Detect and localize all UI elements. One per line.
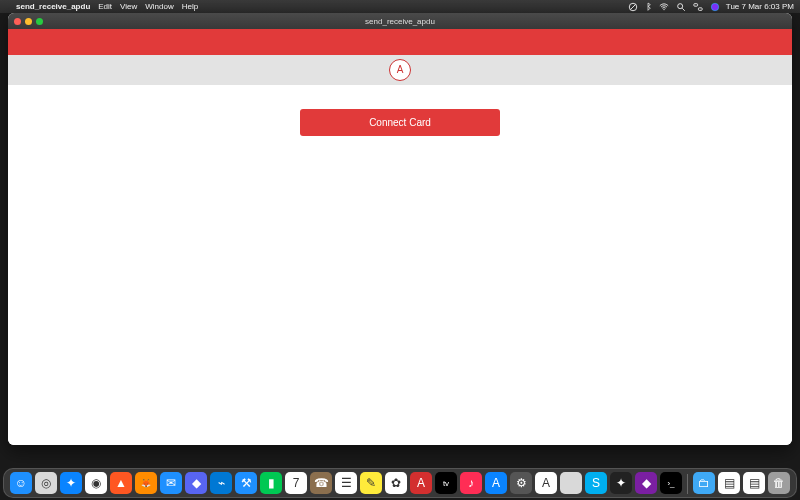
finder-icon[interactable]: ☺ [10, 472, 32, 494]
svg-rect-5 [694, 3, 698, 6]
svg-line-4 [682, 8, 685, 11]
no-entry-icon[interactable] [628, 2, 638, 12]
menu-help[interactable]: Help [182, 2, 198, 11]
menu-window[interactable]: Window [145, 2, 173, 11]
dock-separator [687, 474, 688, 494]
bluetooth-icon[interactable] [644, 2, 652, 12]
svg-rect-6 [698, 7, 702, 9]
menubar-app-name[interactable]: send_receive_apdu [16, 2, 90, 11]
mail-icon[interactable]: ✉ [160, 472, 182, 494]
doc1-icon[interactable]: ▤ [718, 472, 740, 494]
siri-icon[interactable] [710, 2, 720, 12]
adobe-icon[interactable]: A [410, 472, 432, 494]
window-titlebar: send_receive_apdu [8, 13, 792, 29]
skype-icon[interactable]: S [585, 472, 607, 494]
control-center-icon[interactable] [692, 2, 704, 12]
menubar-clock[interactable]: Tue 7 Mar 6:03 PM [726, 2, 794, 11]
notes-icon[interactable]: ✎ [360, 472, 382, 494]
connect-area: Connect Card [8, 85, 792, 136]
appstore-icon[interactable]: A [485, 472, 507, 494]
app-window: send_receive_apdu A Connect Card [8, 13, 792, 445]
discord-icon[interactable]: ◆ [185, 472, 207, 494]
trash-icon[interactable]: 🗑 [768, 472, 790, 494]
facetime-icon[interactable]: ▮ [260, 472, 282, 494]
music-icon[interactable]: ♪ [460, 472, 482, 494]
wifi-icon[interactable] [658, 2, 670, 12]
macos-menubar: send_receive_apdu Edit View Window Help … [0, 0, 800, 13]
spotlight-icon[interactable] [676, 2, 686, 12]
misc-icon[interactable]: ◆ [635, 472, 657, 494]
menu-view[interactable]: View [120, 2, 137, 11]
blank-icon[interactable] [560, 472, 582, 494]
header-grey-band: A [8, 55, 792, 85]
chrome-icon[interactable]: ◉ [85, 472, 107, 494]
photos-icon[interactable]: ✿ [385, 472, 407, 494]
calendar-icon[interactable]: 7 [285, 472, 307, 494]
svg-line-1 [630, 4, 635, 9]
menubar-menus: Edit View Window Help [98, 2, 198, 11]
appletv-icon[interactable]: tv [435, 472, 457, 494]
settings-icon[interactable]: ⚙ [510, 472, 532, 494]
svg-point-2 [663, 8, 664, 9]
xcode-icon[interactable]: ⚒ [235, 472, 257, 494]
folder-icon[interactable]: 🗀 [693, 472, 715, 494]
app-content: A Connect Card [8, 29, 792, 445]
firefox-icon[interactable]: 🦊 [135, 472, 157, 494]
brave-icon[interactable]: ▲ [110, 472, 132, 494]
menubar-status: Tue 7 Mar 6:03 PM [628, 2, 794, 12]
dock-wrap: ☺◎✦◉▲🦊✉◆⌁⚒▮7☎☰✎✿Atv♪A⚙AS✦◆›_🗀▤▤🗑 [0, 468, 800, 498]
content-empty-area [8, 136, 792, 445]
connect-card-button[interactable]: Connect Card [300, 109, 500, 136]
safari-icon[interactable]: ✦ [60, 472, 82, 494]
app-logo-icon: A [389, 59, 411, 81]
apdu-app-icon[interactable]: A [535, 472, 557, 494]
contacts-icon[interactable]: ☎ [310, 472, 332, 494]
header-red-band [8, 29, 792, 55]
terminal-icon[interactable]: ›_ [660, 472, 682, 494]
launchpad-icon[interactable]: ◎ [35, 472, 57, 494]
window-title: send_receive_apdu [8, 17, 792, 26]
claw-icon[interactable]: ✦ [610, 472, 632, 494]
doc2-icon[interactable]: ▤ [743, 472, 765, 494]
menu-edit[interactable]: Edit [98, 2, 112, 11]
svg-point-3 [677, 3, 682, 8]
vscode-icon[interactable]: ⌁ [210, 472, 232, 494]
reminders-icon[interactable]: ☰ [335, 472, 357, 494]
dock: ☺◎✦◉▲🦊✉◆⌁⚒▮7☎☰✎✿Atv♪A⚙AS✦◆›_🗀▤▤🗑 [3, 468, 797, 498]
